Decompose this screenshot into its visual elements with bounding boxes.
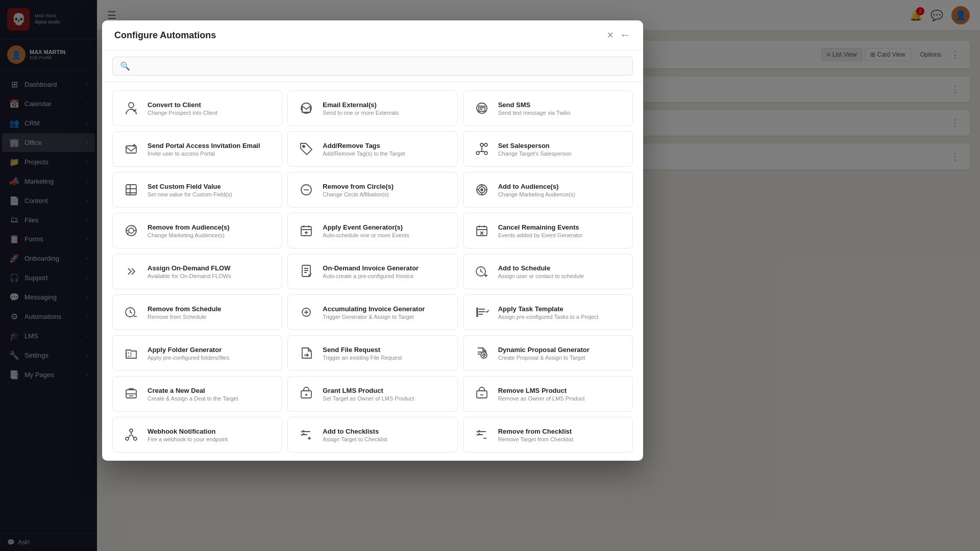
automation-icon-remove-from-schedule	[121, 302, 141, 322]
automation-item-create-new-deal[interactable]: Create a New Deal Create & Assign a Deal…	[112, 376, 282, 412]
configure-automations-modal: Configure Automations × ← 🔍 Convert to C…	[102, 20, 643, 461]
automation-icon-add-to-schedule	[472, 261, 492, 282]
automation-name-remove-from-checklist: Remove from Checklist	[498, 428, 624, 435]
automation-icon-webhook-notification	[121, 424, 141, 445]
automation-icon-remove-lms-product	[472, 384, 492, 404]
automation-icon-remove-from-circle	[296, 180, 316, 200]
automation-desc-assign-on-demand-flow: Available for On-Demand FLOWs	[148, 273, 274, 279]
automation-name-add-to-checklists: Add to Checklists	[323, 428, 449, 435]
automation-name-remove-from-schedule: Remove from Schedule	[148, 305, 274, 313]
automation-icon-email-externals	[296, 98, 316, 118]
svg-point-29	[130, 429, 133, 432]
svg-point-1	[301, 103, 311, 113]
automation-item-accumulating-invoice[interactable]: Accumulating Invoice Generator Trigger G…	[287, 294, 457, 330]
automation-desc-send-sms: Send text message via Twilio	[498, 110, 624, 116]
svg-point-15	[129, 228, 134, 233]
automation-icon-accumulating-invoice	[296, 302, 316, 322]
search-input[interactable]	[135, 62, 625, 70]
automation-name-add-remove-tags: Add/Remove Tags	[323, 142, 449, 149]
automation-name-assign-on-demand-flow: Assign On-Demand FLOW	[148, 264, 274, 272]
automation-icon-create-new-deal	[121, 384, 141, 404]
svg-rect-17	[477, 227, 487, 236]
automation-name-grant-lms-product: Grant LMS Product	[323, 387, 449, 394]
automation-item-add-to-schedule[interactable]: Add to Schedule Assign user or contact t…	[463, 254, 633, 289]
automation-name-add-to-audiences: Add to Audience(s)	[498, 183, 624, 190]
automation-item-add-to-checklists[interactable]: Add to Checklists Assign Target to Check…	[287, 417, 457, 453]
automation-desc-remove-from-schedule: Remove from Schedule	[148, 314, 274, 320]
automation-name-convert-to-client: Convert to Client	[148, 101, 274, 109]
automation-desc-remove-from-circle: Change Circle Affiliation(s)	[323, 191, 449, 197]
automation-item-remove-from-checklist[interactable]: Remove from Checklist Remove Target from…	[463, 417, 633, 453]
automation-item-apply-task-template[interactable]: Apply Task Template Assign pre-configure…	[463, 294, 633, 330]
automation-name-cancel-remaining-events: Cancel Remaining Events	[498, 223, 624, 231]
automation-desc-remove-from-checklist: Remove Target from Checklist	[498, 436, 624, 442]
automation-item-webhook-notification[interactable]: Webhook Notification Fire a webhook to y…	[112, 417, 282, 453]
automation-name-accumulating-invoice: Accumulating Invoice Generator	[323, 305, 449, 313]
search-box: 🔍	[112, 57, 633, 76]
automation-desc-email-externals: Send to one or more Externals	[323, 110, 449, 116]
automation-item-set-custom-field[interactable]: Set Custom Field Value Set new value for…	[112, 172, 282, 208]
automation-icon-add-to-audiences	[472, 180, 492, 200]
automation-item-remove-from-audiences[interactable]: Remove from Audience(s) Change Marketing…	[112, 213, 282, 248]
automation-name-remove-from-circle: Remove from Circle(s)	[323, 183, 449, 190]
automation-desc-set-custom-field: Set new value for Custom Field(s)	[148, 191, 274, 197]
svg-point-13	[481, 189, 483, 191]
automation-item-dynamic-proposal[interactable]: Dynamic Proposal Generator Create Propos…	[463, 335, 633, 371]
automation-icon-apply-folder-generator	[121, 343, 141, 363]
search-icon: 🔍	[120, 61, 130, 71]
modal-search: 🔍	[102, 51, 643, 82]
svg-point-7	[484, 152, 487, 155]
modal-close-button[interactable]: ×	[607, 30, 614, 41]
automation-desc-add-to-audiences: Change Marketing Audience(s)	[498, 191, 624, 197]
automation-item-send-sms[interactable]: Send SMS Send text message via Twilio	[463, 90, 633, 126]
automation-icon-apply-task-template	[472, 302, 492, 322]
automation-desc-add-to-schedule: Assign user or contact to schedule	[498, 273, 624, 279]
svg-point-0	[129, 103, 134, 108]
svg-point-6	[476, 152, 479, 155]
automation-desc-remove-lms-product: Remove as Owner of LMS Product	[498, 395, 624, 402]
automation-desc-send-portal-access: Invite user to access Portal	[148, 151, 274, 157]
svg-point-23	[483, 354, 485, 356]
automation-item-send-file-request[interactable]: Send File Request Trigger an existing Fi…	[287, 335, 457, 371]
automation-item-convert-to-client[interactable]: Convert to Client Change Prospect into C…	[112, 90, 282, 126]
automation-item-email-externals[interactable]: Email External(s) Send to one or more Ex…	[287, 90, 457, 126]
automation-icon-send-portal-access	[121, 139, 141, 159]
automation-item-apply-folder-generator[interactable]: Apply Folder Generator Apply pre-configu…	[112, 335, 282, 371]
automation-icon-cancel-remaining-events	[472, 220, 492, 241]
automation-item-assign-on-demand-flow[interactable]: Assign On-Demand FLOW Available for On-D…	[112, 254, 282, 289]
automation-icon-assign-on-demand-flow	[121, 261, 141, 282]
automation-desc-dynamic-proposal: Create Proposal & Assign to Target	[498, 355, 624, 361]
automation-desc-set-salesperson: Change Target's Salesperson	[498, 151, 624, 157]
automation-item-add-remove-tags[interactable]: Add/Remove Tags Add/Remove Tag(s) to the…	[287, 131, 457, 167]
automation-item-grant-lms-product[interactable]: Grant LMS Product Set Target as Owner of…	[287, 376, 457, 412]
automation-item-apply-event-generator[interactable]: Apply Event Generator(s) Auto-schedule o…	[287, 213, 457, 248]
svg-point-8	[484, 143, 487, 146]
svg-point-2	[477, 103, 487, 113]
automation-item-remove-lms-product[interactable]: Remove LMS Product Remove as Owner of LM…	[463, 376, 633, 412]
svg-rect-3	[126, 146, 136, 153]
svg-point-5	[480, 143, 483, 146]
automation-item-add-to-audiences[interactable]: Add to Audience(s) Change Marketing Audi…	[463, 172, 633, 208]
automation-icon-apply-event-generator	[296, 220, 316, 241]
automation-item-set-salesperson[interactable]: Set Salesperson Change Target's Salesper…	[463, 131, 633, 167]
automation-desc-apply-task-template: Assign pre-configured Tasks to a Project	[498, 314, 624, 320]
automation-name-email-externals: Email External(s)	[323, 101, 449, 109]
automation-item-cancel-remaining-events[interactable]: Cancel Remaining Events Events added by …	[463, 213, 633, 248]
automation-icon-set-salesperson	[472, 139, 492, 159]
automation-icon-convert-to-client	[121, 98, 141, 118]
automation-icon-dynamic-proposal	[472, 343, 492, 363]
automation-name-webhook-notification: Webhook Notification	[148, 428, 274, 435]
automation-item-remove-from-circle[interactable]: Remove from Circle(s) Change Circle Affi…	[287, 172, 457, 208]
automation-item-on-demand-invoice[interactable]: On-Demand Invoice Generator Auto-create …	[287, 254, 457, 289]
automation-item-remove-from-schedule[interactable]: Remove from Schedule Remove from Schedul…	[112, 294, 282, 330]
automation-desc-cancel-remaining-events: Events added by Event Generator	[498, 232, 624, 238]
svg-rect-9	[126, 185, 136, 195]
automation-icon-remove-from-audiences	[121, 220, 141, 241]
automation-item-send-portal-access[interactable]: Send Portal Access Invitation Email Invi…	[112, 131, 282, 167]
automation-icon-set-custom-field	[121, 180, 141, 200]
automation-desc-accumulating-invoice: Trigger Generator & Assign to Target	[323, 314, 449, 320]
modal-back-button[interactable]: ←	[620, 29, 631, 42]
automation-desc-create-new-deal: Create & Assign a Deal to the Target	[148, 395, 274, 402]
automation-name-remove-lms-product: Remove LMS Product	[498, 387, 624, 394]
automation-name-on-demand-invoice: On-Demand Invoice Generator	[323, 264, 449, 272]
